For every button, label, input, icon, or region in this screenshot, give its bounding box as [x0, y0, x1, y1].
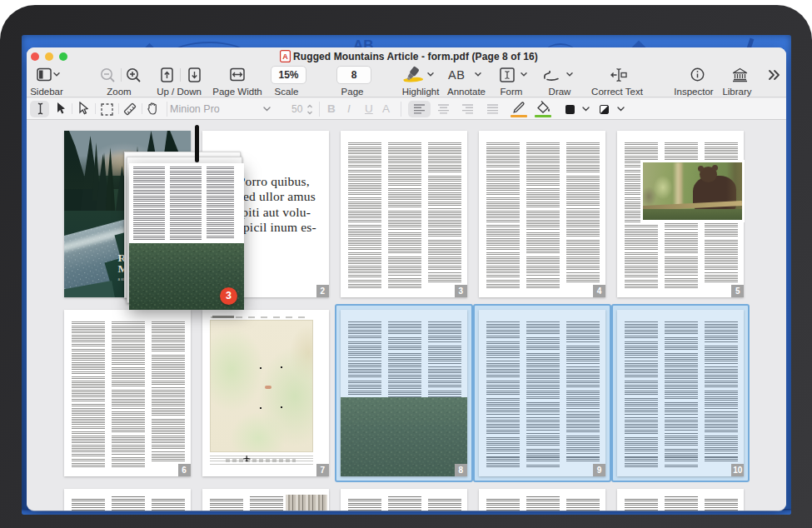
svg-text:A: A	[282, 52, 288, 61]
